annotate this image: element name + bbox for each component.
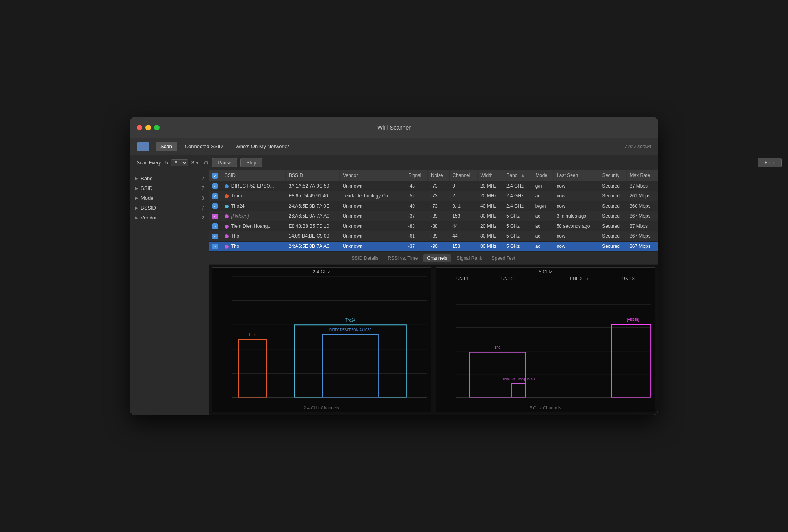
row-checkbox[interactable]: ✓ xyxy=(209,191,221,201)
close-button[interactable] xyxy=(137,125,142,130)
col-channel[interactable]: Channel xyxy=(449,170,477,181)
connected-ssid-tab[interactable]: Connected SSID xyxy=(180,142,228,151)
chevron-right-icon: ▶ xyxy=(135,206,138,210)
row-last-seen: now xyxy=(554,191,599,201)
table-row[interactable]: ✓ [Hidden] 26:A6:5E:0A:7A:A0 Unknown -37… xyxy=(209,211,658,221)
row-channel: 44 xyxy=(449,231,477,242)
table-container[interactable]: ✓ SSID BSSID Vendor Signal Noise Channel… xyxy=(209,170,658,251)
controls-bar: Scan Every: 5 51030 Sec. ⚙ Pause Stop Fi… xyxy=(130,155,658,170)
sidebar-item-band[interactable]: ▶ Band 2 xyxy=(130,173,209,183)
sidebar-item-bssid-count: 7 xyxy=(201,205,204,211)
col-mode[interactable]: Mode xyxy=(532,170,554,181)
row-checkbox[interactable]: ✓ xyxy=(209,211,221,221)
row-vendor: Unknown xyxy=(340,241,405,251)
row-noise: -88 xyxy=(427,221,449,231)
row-noise: -73 xyxy=(427,181,449,191)
row-checkbox[interactable]: ✓ xyxy=(209,221,221,231)
stop-button[interactable]: Stop xyxy=(240,158,262,167)
charts-area: 2.4 GHz RSSI (dBm) 0 xyxy=(209,265,658,415)
col-security[interactable]: Security xyxy=(599,170,626,181)
row-max-rate: 261 Mbps xyxy=(626,191,658,201)
row-bssid: 14:09:B4:BE:C9:00 xyxy=(286,231,340,242)
row-checkbox[interactable]: ✓ xyxy=(209,201,221,211)
col-ssid[interactable]: SSID xyxy=(221,170,286,181)
table-row[interactable]: ✓ Tho 14:09:B4:BE:C9:00 Unknown -61 -89 … xyxy=(209,231,658,242)
row-vendor: Tenda Technology Co.... xyxy=(340,191,405,201)
row-width: 20 MHz xyxy=(477,221,503,231)
row-channel: 153 xyxy=(449,241,477,251)
col-signal[interactable]: Signal xyxy=(405,170,428,181)
table-row[interactable]: ✓ Tho 24:A6:5E:0B:7A:A0 Unknown -37 -90 … xyxy=(209,241,658,251)
row-channel: 9 xyxy=(449,181,477,191)
row-last-seen: now xyxy=(554,241,599,251)
tab-channels[interactable]: Channels xyxy=(423,254,451,262)
row-checkbox[interactable]: ✓ xyxy=(209,231,221,242)
sidebar-item-mode-count: 3 xyxy=(201,195,204,201)
row-signal: -40 xyxy=(405,201,428,211)
col-max-rate[interactable]: Max Rate xyxy=(626,170,658,181)
row-checkbox[interactable]: ✓ xyxy=(209,241,221,251)
chart-5ghz-svg-container: 34 38 42 46 52 60 100 108 116 124 132 xyxy=(436,281,655,406)
row-ssid: Tram xyxy=(221,191,286,201)
row-vendor: Unknown xyxy=(340,201,405,211)
tab-speed-test[interactable]: Speed Test xyxy=(488,254,519,262)
row-band: 2.4 GHz xyxy=(503,181,532,191)
select-all-checkbox[interactable]: ✓ xyxy=(212,173,218,179)
row-last-seen: 3 minutes ago xyxy=(554,211,599,221)
sidebar-item-bssid[interactable]: ▶ BSSID 7 xyxy=(130,203,209,213)
sidebar-item-vendor[interactable]: ▶ Vendor 2 xyxy=(130,213,209,223)
window-title: WiFi Scanner xyxy=(377,125,411,131)
sidebar-item-ssid-label: SSID xyxy=(141,185,201,191)
row-band: 5 GHz xyxy=(503,211,532,221)
col-last-seen[interactable]: Last Seen xyxy=(554,170,599,181)
row-signal: -37 xyxy=(405,211,428,221)
chevron-right-icon: ▶ xyxy=(135,196,138,200)
svg-text:[Hidden]: [Hidden] xyxy=(627,317,639,322)
table-row[interactable]: ✓ Tho24 24:A6:5E:0B:7A:9E Unknown -40 -7… xyxy=(209,201,658,211)
main-window: WiFi Scanner Scan Connected SSID Who's O… xyxy=(130,117,658,415)
row-bssid: 24:A6:5E:0B:7A:9E xyxy=(286,201,340,211)
row-noise: -73 xyxy=(427,201,449,211)
row-ssid: Tho24 xyxy=(221,201,286,211)
row-bssid: E8:65:D4:49:91:40 xyxy=(286,191,340,201)
col-noise[interactable]: Noise xyxy=(427,170,449,181)
chevron-right-icon: ▶ xyxy=(135,216,138,220)
row-mode: ac xyxy=(532,191,554,201)
table-row[interactable]: ✓ DIRECT-52-EPSO... 3A:1A:52:7A:9C:59 Un… xyxy=(209,181,658,191)
row-band: 2.4 GHz xyxy=(503,191,532,201)
tab-signal-rank[interactable]: Signal Rank xyxy=(453,254,486,262)
tab-ssid-details[interactable]: SSID Details xyxy=(348,254,382,262)
scan-every-select[interactable]: 51030 xyxy=(171,159,188,166)
sidebar-item-ssid-count: 7 xyxy=(201,186,204,191)
sidebar-item-ssid[interactable]: ▶ SSID 7 xyxy=(130,183,209,193)
col-band[interactable]: Band ▲ xyxy=(503,170,532,181)
col-check[interactable]: ✓ xyxy=(209,170,221,181)
minimize-button[interactable] xyxy=(145,125,151,130)
row-max-rate: 867 Mbps xyxy=(626,231,658,242)
svg-text:Tram: Tram xyxy=(248,332,256,337)
row-checkbox[interactable]: ✓ xyxy=(209,181,221,191)
row-mode: b/g/n xyxy=(532,201,554,211)
row-last-seen: now xyxy=(554,181,599,191)
sidebar-item-mode[interactable]: ▶ Mode 3 xyxy=(130,193,209,203)
chevron-right-icon: ▶ xyxy=(135,186,138,190)
scan-tab[interactable]: Scan xyxy=(156,142,177,151)
svg-marker-29 xyxy=(294,325,406,398)
col-vendor[interactable]: Vendor xyxy=(340,170,405,181)
gear-icon[interactable]: ⚙ xyxy=(204,160,209,166)
chart-5ghz-svg: 34 38 42 46 52 60 100 108 116 124 132 xyxy=(456,281,651,398)
row-width: 20 MHz xyxy=(477,191,503,201)
col-bssid[interactable]: BSSID xyxy=(286,170,340,181)
row-mode: ac xyxy=(532,211,554,221)
whos-on-tab[interactable]: Who's On My Network? xyxy=(230,142,294,151)
maximize-button[interactable] xyxy=(154,125,160,130)
sidebar: ▶ Band 2 ▶ SSID 7 ▶ Mode 3 ▶ BSSID 7 ▶ V xyxy=(130,170,209,415)
row-width: 80 MHz xyxy=(477,241,503,251)
col-width[interactable]: Width xyxy=(477,170,503,181)
table-row[interactable]: ✓ Tram E8:65:D4:49:91:40 Tenda Technolog… xyxy=(209,191,658,201)
row-vendor: Unknown xyxy=(340,221,405,231)
table-row[interactable]: ✓ Tiem Dien Hoang... E8:48:B8:B5:7D:10 U… xyxy=(209,221,658,231)
row-band: 5 GHz xyxy=(503,241,532,251)
tab-rssi-time[interactable]: RSSI vs. Time xyxy=(384,254,422,262)
pause-button[interactable]: Pause xyxy=(212,158,237,167)
